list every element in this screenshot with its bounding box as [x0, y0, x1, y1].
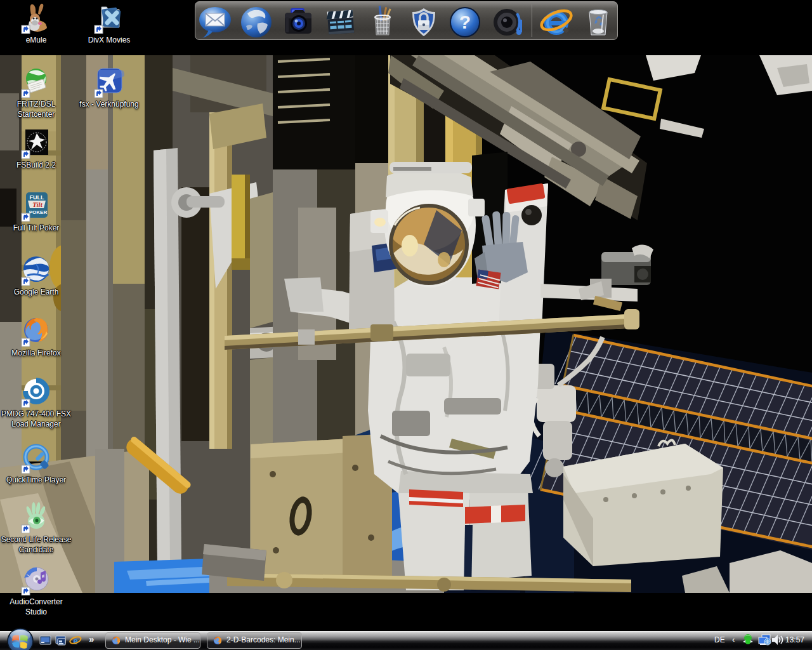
svg-text:POKER: POKER: [29, 209, 48, 215]
svg-text:Tilt: Tilt: [32, 201, 43, 208]
svg-text:?: ?: [459, 11, 471, 32]
svg-text:FULL: FULL: [30, 194, 44, 201]
